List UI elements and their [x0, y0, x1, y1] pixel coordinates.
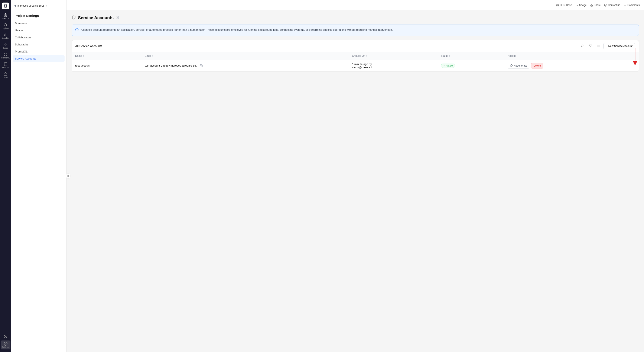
sidebar-collapse-button[interactable]	[66, 173, 71, 179]
builds-icon	[4, 43, 8, 47]
status-value: Active	[446, 64, 453, 67]
created-time: 1 minute ago by	[352, 63, 372, 66]
svg-point-9	[4, 55, 5, 56]
copy-email-button[interactable]	[200, 64, 203, 67]
created-col-menu[interactable]: ⋮	[368, 54, 371, 58]
sidebar-header: improved-airedale-5505 ▾	[11, 0, 66, 11]
check-icon: ✓	[443, 64, 445, 67]
nav-item-readme[interactable]: Readme	[1, 61, 10, 70]
nav-item-builds[interactable]: Builds	[1, 41, 10, 50]
comments-link[interactable]: Comments	[624, 4, 640, 7]
cell-email: test-account-2465@improved-airedale-55..…	[142, 60, 349, 71]
sidebar-item-service-accounts[interactable]: Service Accounts	[13, 55, 64, 62]
columns-icon	[597, 44, 600, 48]
svg-marker-29	[589, 45, 592, 47]
nav-label-promptql: PromptQL	[1, 57, 10, 59]
status-sort-icon[interactable]: ↕	[449, 55, 450, 57]
nav-item-oauth[interactable]: OAuth	[1, 71, 10, 80]
email-col-menu[interactable]: ⋮	[154, 54, 157, 58]
status-col-menu[interactable]: ⋮	[451, 54, 454, 58]
nav-label-builds: Builds	[3, 47, 8, 49]
columns-button[interactable]	[595, 43, 602, 49]
email-sort-icon[interactable]: ↕	[152, 55, 153, 57]
nav-item-settings[interactable]: Settings	[1, 340, 10, 349]
regenerate-label: Regenerate	[514, 64, 527, 67]
col-header-actions: Actions	[504, 52, 639, 60]
nav-item-explorer[interactable]: Explorer	[1, 22, 10, 31]
share-link[interactable]: Share	[590, 4, 601, 7]
page-header: Service Accounts	[72, 15, 639, 20]
share-icon	[590, 4, 593, 7]
filter-icon	[589, 44, 592, 48]
usage-link[interactable]: Usage	[576, 4, 587, 7]
table-title: All Service Accounts	[75, 44, 102, 48]
nav-item-dark-mode[interactable]	[1, 333, 10, 340]
col-header-name: Name ↕ ⋮	[72, 52, 142, 60]
created-sort-icon[interactable]: ↕	[366, 55, 367, 57]
grid-icon	[556, 4, 559, 7]
new-service-account-button[interactable]: + New Service Account	[603, 43, 635, 49]
comments-icon	[624, 4, 626, 7]
search-button[interactable]	[579, 43, 586, 49]
created-by: varun@hasura.io	[352, 66, 373, 69]
name-sort-icon[interactable]: ↕	[83, 55, 84, 57]
name-col-menu[interactable]: ⋮	[85, 54, 88, 58]
readme-icon	[4, 62, 8, 66]
nav-label-explorer: Explorer	[2, 27, 9, 30]
cell-created-on: 1 minute ago by varun@hasura.io	[349, 60, 438, 71]
promptql-icon	[4, 53, 8, 56]
regenerate-button[interactable]: Regenerate	[508, 63, 529, 69]
usage-label: Usage	[579, 4, 587, 7]
share-label: Share	[594, 4, 601, 7]
project-selector[interactable]: improved-airedale-5505 ▾	[14, 4, 63, 8]
col-header-email: Email ↕ ⋮	[142, 52, 349, 60]
table-row: test-account test-account-2465@improved-…	[72, 60, 639, 71]
svg-rect-4	[6, 45, 7, 46]
ddn-base-label: DDN Base	[560, 4, 572, 7]
copy-icon	[200, 64, 203, 67]
ddn-base-link[interactable]: DDN Base	[556, 4, 572, 7]
new-account-btn-label: + New Service Account	[606, 45, 632, 48]
filter-button[interactable]	[587, 43, 594, 49]
nav-label-insights: Insights	[2, 37, 9, 39]
info-icon-header[interactable]	[116, 16, 119, 20]
cell-status: ✓ Active	[438, 60, 504, 71]
comments-label: Comments	[628, 4, 640, 7]
delete-label: Delete	[534, 64, 541, 67]
sidebar-item-usage[interactable]: Usage	[13, 27, 64, 34]
svg-point-28	[581, 45, 583, 47]
svg-rect-20	[556, 5, 557, 6]
chevron-left-icon	[67, 175, 70, 177]
sidebar-title: Project Settings	[11, 11, 66, 19]
regenerate-icon	[510, 64, 513, 67]
col-header-created-on: Created On ↕ ⋮	[349, 52, 438, 60]
sidebar-item-summary[interactable]: Summary	[13, 20, 64, 27]
sidebar-item-promptql[interactable]: PromptQL	[13, 48, 64, 55]
explorer-icon	[4, 23, 8, 27]
sidebar-item-collaborators[interactable]: Collaborators	[13, 34, 64, 41]
topbar-right: DDN Base Usage Share Contact us	[556, 4, 640, 7]
topbar: DDN Base Usage Share Contact us	[66, 0, 644, 10]
nav-item-insights[interactable]: Insights	[1, 32, 10, 41]
moon-icon	[4, 334, 8, 338]
app-logo[interactable]	[2, 3, 9, 9]
delete-button[interactable]: Delete	[531, 63, 543, 69]
service-accounts-table: Name ↕ ⋮ Email ↕ ⋮	[72, 52, 639, 71]
contact-us-link[interactable]: Contact us	[604, 4, 620, 7]
graphql-icon	[4, 13, 8, 17]
nav-item-promptql[interactable]: PromptQL	[1, 51, 10, 60]
project-chevron: ▾	[46, 5, 47, 7]
nav-label-settings: Settings	[2, 346, 9, 348]
main-content: DDN Base Usage Share Contact us	[66, 0, 644, 352]
shield-icon	[72, 15, 76, 20]
sidebar-item-subgraphs[interactable]: Subgraphs	[13, 41, 64, 48]
project-dot	[14, 5, 16, 7]
svg-point-16	[5, 343, 6, 344]
contact-us-label: Contact us	[608, 4, 620, 7]
svg-rect-5	[4, 45, 5, 46]
nav-item-graphql[interactable]: GraphQL	[1, 12, 10, 21]
settings-icon	[4, 342, 8, 345]
table-toolbar: All Service Accounts	[72, 40, 639, 52]
info-banner-text: A service account represents an applicat…	[81, 28, 393, 32]
svg-rect-2	[4, 43, 5, 44]
